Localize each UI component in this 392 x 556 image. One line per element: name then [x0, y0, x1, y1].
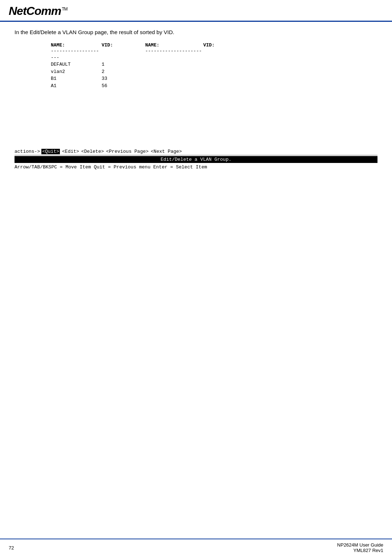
quit-button[interactable]: <Quit>: [41, 149, 60, 154]
row4-name: A1: [51, 82, 102, 90]
row2-vid: 2: [102, 68, 145, 75]
doc-rev: YML827 Rev1: [354, 548, 383, 553]
row1-vid: 1: [102, 61, 145, 68]
sep2: --------------------: [145, 48, 225, 61]
doc-title: NP2624M User Guide: [337, 542, 383, 548]
row4-vid: 56: [102, 82, 145, 90]
main-content: In the Edit/Delete a VLAN Group page, th…: [0, 22, 392, 177]
row3-vid: 33: [102, 75, 145, 82]
hint-line: Arrow/TAB/BKSPC = Move Item Quit = Previ…: [15, 164, 377, 170]
table-row: A1 56: [51, 82, 377, 90]
col2-vid-header: VID:: [203, 42, 232, 48]
actions-label: actions->: [15, 149, 40, 154]
actions-area: actions-> <Quit> <Edit> <Delete> <Previo…: [15, 149, 377, 170]
table-header-row: NAME: VID: NAME: VID:: [51, 42, 377, 48]
table-separator: -------------------- -------------------…: [51, 48, 377, 61]
table-row: B1 33: [51, 75, 377, 82]
col1-vid-header: VID:: [102, 42, 145, 48]
logo-main: NetComm: [9, 4, 61, 17]
footer-doc-info: NP2624M User Guide YML827 Rev1: [337, 542, 383, 553]
logo-area: NetCommTM: [9, 4, 383, 18]
delete-button[interactable]: <Delete>: [81, 149, 104, 154]
actions-line: actions-> <Quit> <Edit> <Delete> <Previo…: [15, 149, 377, 155]
page-number: 72: [9, 545, 14, 551]
edit-button[interactable]: <Edit>: [62, 149, 79, 154]
intro-paragraph: In the Edit/Delete a VLAN Group page, th…: [15, 29, 377, 35]
row1-name: DEFAULT: [51, 61, 102, 68]
col1-name-header: NAME:: [51, 42, 102, 48]
page-footer: 72 NP2624M User Guide YML827 Rev1: [0, 539, 392, 556]
sep1: --------------------: [51, 48, 102, 61]
row2-name: vlan2: [51, 68, 102, 75]
next-page-button[interactable]: <Next Page>: [151, 149, 182, 154]
table-row: DEFAULT 1: [51, 61, 377, 68]
page-header: NetCommTM: [0, 0, 392, 22]
vlan-table: NAME: VID: NAME: VID: ------------------…: [51, 41, 377, 91]
col2-name-header: NAME:: [145, 42, 203, 48]
logo-tm: TM: [62, 7, 67, 12]
logo: NetCommTM: [9, 4, 67, 18]
sep1-spacer: [102, 48, 145, 61]
table-row: vlan2 2: [51, 68, 377, 75]
row3-name: B1: [51, 75, 102, 82]
status-bar: Edit/Delete a VLAN Group.: [15, 156, 377, 163]
previous-page-button[interactable]: <Previous Page>: [106, 149, 148, 154]
